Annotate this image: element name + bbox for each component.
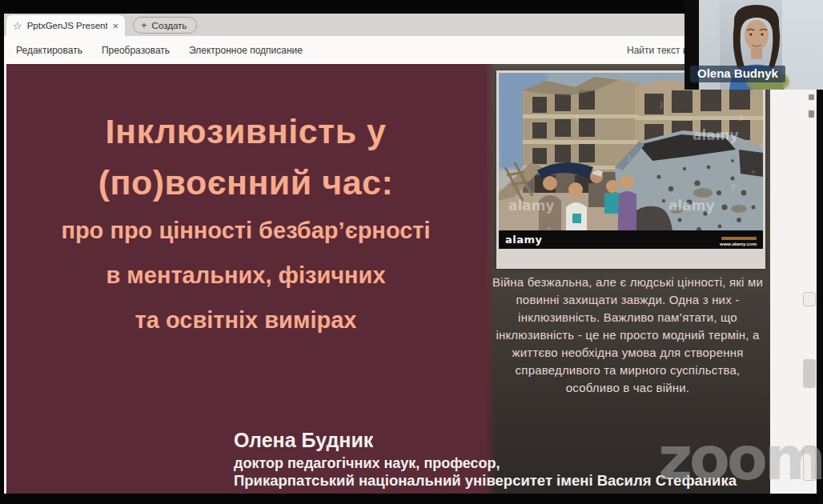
title-line-5: та освітніх вимірах [21,298,471,342]
alamy-credit: www.alamy.com [720,234,757,246]
author-block: Олена Будник доктор педагогічних наук, п… [234,428,762,490]
svg-text:3: 3 [739,115,743,122]
svg-text:3: 3 [659,102,663,110]
presentation-slide: Інклюзивність у (по)воєнний час: про про… [6,64,770,494]
title-line-1: Інклюзивність у [21,106,471,157]
tab-title: PptxGenJS Presentation [27,21,108,30]
close-tab-icon[interactable]: × [112,21,118,31]
menu-esign[interactable]: Электронное подписание [189,45,303,56]
tab-pptxgenjs[interactable]: ☆ PptxGenJS Presentation × [6,15,125,36]
alamy-image-id-bar [721,237,757,240]
star-icon[interactable]: ☆ [13,21,22,31]
side-panel-artifact [803,292,816,306]
webcam-tile[interactable]: Olena Budnyk [684,0,823,90]
author-affiliation: Прикарпатський національний університет … [234,472,762,490]
plus-icon: + [141,19,147,31]
svg-text:alamy: alamy [668,198,715,214]
title-line-2: (по)воєнний час: [21,157,471,208]
war-scene-photo: alamy alamy alamy 33333333 alamy www.ala… [499,73,763,249]
create-button[interactable]: + Создать [133,17,197,34]
svg-text:alamy: alamy [693,127,739,143]
slide-photo-frame: alamy alamy alamy 33333333 alamy www.ala… [496,70,765,269]
edge-ui-icon [809,94,814,100]
menu-convert[interactable]: Преобразовать [102,45,170,56]
alamy-url: www.alamy.com [720,242,757,246]
title-line-3: про про цінності безбар’єрності [21,208,471,253]
title-line-4: в ментальних, фізичних [21,253,471,298]
side-panel-artifact [803,446,816,481]
slide-title: Інклюзивність у (по)воєнний час: про про… [21,106,471,342]
author-degree: доктор педагогічних наук, професор, [234,454,762,472]
screen: ☆ PptxGenJS Presentation × + Создать Ред… [0,0,823,504]
side-panel-artifact [803,359,816,388]
edge-ui-icon [809,110,814,118]
svg-text:alamy: alamy [508,198,555,214]
create-button-label: Создать [152,21,187,30]
menu-find-text[interactable]: Найти текст ил [627,36,694,64]
alamy-caption-bar: alamy www.alamy.com [499,230,763,249]
author-name: Олена Будник [234,428,762,453]
war-scene-illustration: alamy alamy alamy 33333333 [499,73,763,249]
alamy-logo: alamy [505,234,543,246]
svg-text:3: 3 [575,115,579,122]
menu-edit[interactable]: Редактировать [16,45,82,56]
participant-name-label: Olena Budnyk [690,66,785,82]
slide-paragraph: Війна безжальна, але є людські цінності,… [488,274,767,397]
svg-text:3: 3 [627,155,631,162]
svg-text:3: 3 [731,184,735,191]
